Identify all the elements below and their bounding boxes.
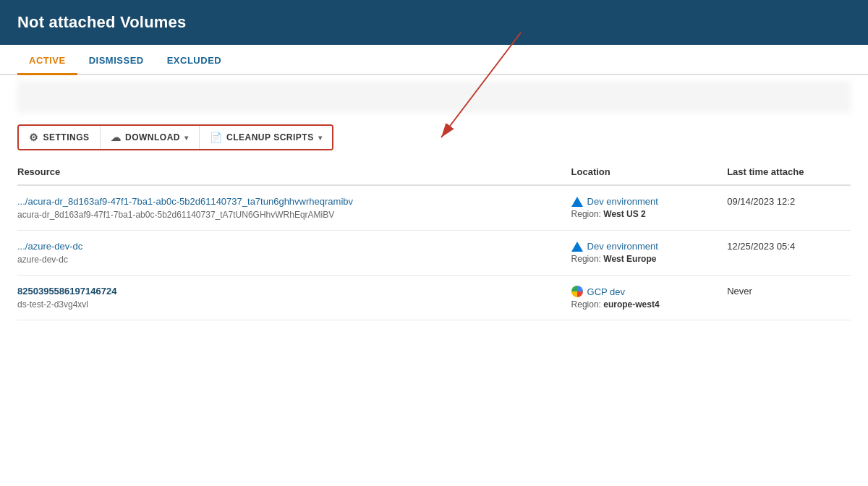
resource-id[interactable]: 8250395586197146724 [17,286,563,297]
last-attached-cell: 12/25/2023 05:4 [727,231,851,276]
col-last-attached: Last time attache [727,159,851,185]
gcp-icon [571,286,583,297]
table-row: .../acura-dr_8d163af9-47f1-7ba1-ab0c-5b2… [17,185,851,231]
download-icon: ☁ [111,132,122,143]
table-row: 8250395586197146724 ds-test-2-d3vg4xvl G… [17,276,851,320]
location-region: Region: West US 2 [571,209,719,219]
toolbar: ⚙ SETTINGS ☁ DOWNLOAD ▾ 📄 CLEANUP SCRIPT… [0,119,868,159]
location-name: Dev environment [571,241,719,252]
last-attached-value: 12/25/2023 05:4 [727,241,795,252]
location-name: Dev environment [571,196,719,207]
location-region: Region: europe-west4 [571,299,719,310]
location-cell: GCP dev Region: europe-west4 [571,276,728,320]
resource-sub: acura-dr_8d163af9-47f1-7ba1-ab0c-5b2d611… [17,210,334,220]
resource-cell: 8250395586197146724 ds-test-2-d3vg4xvl [17,276,571,320]
col-location: Location [571,159,728,185]
last-attached-value: Never [727,286,752,297]
download-chevron-icon: ▾ [184,134,189,142]
cleanup-scripts-button[interactable]: 📄 CLEANUP SCRIPTS ▾ [200,126,333,149]
download-button[interactable]: ☁ DOWNLOAD ▾ [101,126,200,149]
resource-sub: ds-test-2-d3vg4xvl [17,299,88,310]
last-attached-value: 09/14/2023 12:2 [727,196,795,207]
gear-icon: ⚙ [29,132,39,143]
cleanup-chevron-icon: ▾ [318,134,323,142]
document-icon: 📄 [210,132,223,143]
table-header-row: Resource Location Last time attache [17,159,851,185]
tab-excluded[interactable]: EXCLUDED [156,45,234,75]
location-cell: Dev environment Region: West Europe [571,231,728,276]
tabs-bar: ACTIVE DISMISSED EXCLUDED [0,45,868,75]
last-attached-cell: 09/14/2023 12:2 [727,185,851,231]
filter-row [17,81,851,113]
resource-cell: .../acura-dr_8d163af9-47f1-7ba1-ab0c-5b2… [17,185,571,231]
settings-button[interactable]: ⚙ SETTINGS [19,126,101,149]
resource-link[interactable]: .../azure-dev-dc [17,241,563,252]
location-cell: Dev environment Region: West US 2 [571,185,728,231]
page-header: Not attached Volumes [0,0,868,45]
azure-icon [571,242,583,252]
tab-dismissed[interactable]: DISMISSED [77,45,156,75]
resources-table: Resource Location Last time attache .../… [17,159,851,320]
azure-icon [571,197,583,207]
tab-active[interactable]: ACTIVE [17,45,77,75]
resource-cell: .../azure-dev-dc azure-dev-dc [17,231,571,276]
table-row: .../azure-dev-dc azure-dev-dc Dev enviro… [17,231,851,276]
page-title: Not attached Volumes [17,13,851,32]
last-attached-cell: Never [727,276,851,320]
resource-sub: azure-dev-dc [17,255,68,265]
location-region: Region: West Europe [571,254,719,264]
location-name: GCP dev [571,286,719,297]
resource-link[interactable]: .../acura-dr_8d163af9-47f1-7ba1-ab0c-5b2… [17,196,563,207]
col-resource: Resource [17,159,571,185]
table-container: Resource Location Last time attache .../… [0,159,868,320]
toolbar-group: ⚙ SETTINGS ☁ DOWNLOAD ▾ 📄 CLEANUP SCRIPT… [17,124,333,150]
